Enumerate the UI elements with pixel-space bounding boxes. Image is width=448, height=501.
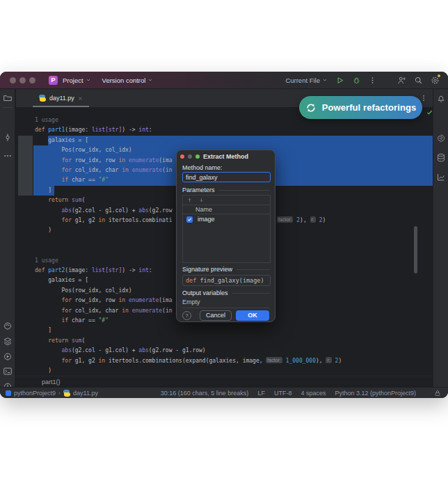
project-widget[interactable]: Project — [63, 77, 91, 84]
code-token: ) — [323, 217, 326, 223]
powerful-refactorings-badge[interactable]: Powerful refactorings — [299, 96, 422, 119]
python-file-icon — [39, 95, 46, 102]
run-configuration-label: Current File — [285, 77, 320, 84]
search-everywhere-icon[interactable] — [414, 76, 423, 85]
chevron-down-icon — [147, 77, 153, 83]
breadcrumb-item-part1[interactable]: part1() — [42, 379, 61, 385]
right-toolwindow-stripe — [433, 89, 448, 387]
run-button[interactable] — [335, 76, 344, 85]
zoom-window-button[interactable] — [29, 77, 35, 84]
pycharm-logo: P — [49, 76, 58, 85]
left-toolwindow-stripe — [0, 89, 15, 387]
version-control-label: Version control — [102, 77, 146, 84]
parameters-label: Parameters — [182, 186, 215, 193]
commit-icon[interactable] — [3, 133, 12, 142]
version-control-widget[interactable]: Version control — [102, 77, 154, 84]
stripe-divider — [3, 107, 13, 108]
move-down-icon[interactable] — [198, 197, 205, 203]
status-item[interactable]: 30:16 (160 chars, 5 line breaks) — [161, 390, 249, 397]
status-widgets: 30:16 (160 chars, 5 line breaks)LFUTF-84… — [161, 390, 448, 397]
code-selection — [33, 186, 54, 196]
close-window-button[interactable] — [10, 77, 16, 84]
code-token: def — [186, 277, 196, 284]
services-layers-icon[interactable] — [3, 337, 12, 346]
dialog-titlebar: Extract Method — [177, 150, 275, 163]
run-configuration-selector[interactable]: Current File — [285, 77, 328, 84]
lock-icon[interactable] — [434, 390, 441, 397]
status-file-name[interactable]: day11.py — [73, 390, 98, 397]
ai-assistant-icon[interactable] — [436, 134, 445, 143]
status-item[interactable]: Python 3.12 (pythonProject9) — [335, 390, 416, 397]
inspections-ok-check-icon[interactable] — [426, 109, 433, 116]
more-toolwindows-icon[interactable] — [3, 152, 12, 160]
signature-section-header: Signature preview — [182, 266, 269, 273]
output-section-header: Output variables — [182, 289, 269, 296]
tab-label: day11.py — [49, 95, 74, 102]
terminal-icon[interactable] — [3, 367, 12, 376]
dialog-footer: ? Cancel OK — [182, 310, 269, 321]
dialog-divider — [182, 308, 269, 308]
method-name-label: Method name: — [182, 164, 223, 171]
editor-breadcrumb-bar: part1() — [16, 376, 433, 387]
parameter-name: image — [198, 216, 215, 223]
promo-label: Powerful refactorings — [322, 102, 417, 113]
plots-chart-icon[interactable] — [436, 173, 445, 182]
settings-update-badge — [438, 74, 440, 77]
signature-preview-box: def find_galaxy(image) — [182, 275, 271, 286]
signature-preview-label: Signature preview — [182, 266, 232, 273]
code-selection — [48, 136, 433, 145]
status-item[interactable]: 4 spaces — [301, 390, 326, 397]
method-name-input[interactable]: find_galaxy — [182, 172, 271, 182]
chevron-down-icon — [322, 77, 328, 83]
code-fragment-right-of-dialog: factor: 2), r: 2) — [277, 216, 326, 225]
titlebar: P Project Version control Current File — [0, 72, 448, 89]
close-tab-icon[interactable] — [78, 96, 83, 101]
parameters-table-header: Name — [183, 205, 270, 214]
extract-method-dialog: Extract Method Method name: find_galaxy … — [176, 150, 275, 322]
chevron-down-icon — [86, 77, 91, 83]
project-widget-label: Project — [63, 77, 83, 84]
tab-day11-py[interactable]: day11.py — [33, 89, 89, 107]
database-icon[interactable] — [436, 153, 445, 162]
minimize-window-button[interactable] — [19, 77, 26, 84]
more-actions-kebab-icon[interactable] — [369, 77, 376, 84]
parameters-toolbar — [183, 196, 270, 205]
ok-label: OK — [248, 312, 257, 319]
status-navbar[interactable]: pythonProject9 › day11.py — [0, 390, 98, 397]
status-item[interactable]: UTF-8 — [274, 390, 292, 397]
project-icon — [6, 390, 11, 396]
editor-options-kebab-icon[interactable] — [420, 95, 427, 102]
output-variables-value: Empty — [182, 299, 200, 305]
cancel-label: Cancel — [206, 312, 225, 319]
parameter-row-image[interactable]: image — [183, 214, 270, 224]
help-label: ? — [185, 312, 188, 319]
status-item[interactable]: LF — [257, 390, 265, 397]
gutter-selection-bar — [18, 136, 33, 196]
code-with-me-user-plus-icon[interactable] — [397, 76, 406, 85]
python-packages-icon[interactable] — [3, 321, 12, 331]
parameters-table: Name image — [182, 195, 271, 263]
code-token: r: — [310, 216, 316, 223]
move-up-icon[interactable] — [186, 197, 193, 203]
pycharm-window: P Project Version control Current File — [0, 72, 448, 398]
code-token: find_galaxy(image) — [196, 277, 264, 284]
help-button[interactable]: ? — [182, 311, 191, 320]
dialog-title: Extract Method — [177, 153, 275, 160]
status-project-name[interactable]: pythonProject9 — [14, 390, 56, 397]
debug-button[interactable] — [352, 76, 361, 85]
refactor-refresh-icon — [305, 102, 317, 113]
status-bar: pythonProject9 › day11.py 30:16 (160 cha… — [0, 387, 448, 398]
parameters-section-header: Parameters — [182, 186, 269, 193]
ok-button[interactable]: OK — [236, 310, 269, 321]
run-toolwindow-icon[interactable] — [3, 352, 12, 361]
project-folder-icon[interactable] — [3, 93, 12, 102]
parameter-checkbox[interactable] — [186, 216, 193, 223]
cancel-button[interactable]: Cancel — [200, 310, 232, 321]
code-token: ), — [300, 217, 310, 223]
python-file-icon — [63, 390, 70, 397]
notifications-bell-icon[interactable] — [436, 94, 445, 103]
breadcrumb-separator: › — [58, 390, 61, 397]
editor-scrollbar-thumb[interactable] — [414, 226, 417, 273]
code-token: factor: — [277, 216, 293, 223]
settings-gear-icon[interactable] — [431, 76, 440, 85]
